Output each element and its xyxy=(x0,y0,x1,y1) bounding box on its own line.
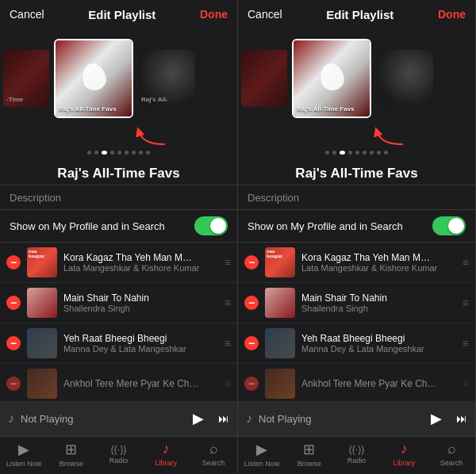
toggle-right[interactable] xyxy=(432,216,466,235)
tab-label-search-right: Search xyxy=(440,459,463,467)
song-artist-2-right: Manna Dey & Lata Mangeshkar xyxy=(301,344,456,354)
dots-left xyxy=(87,149,150,161)
carousel-left: -Time Raj's All-Time Favs Raj's All- xyxy=(0,29,237,161)
drag-handle-0-right[interactable]: ≡ xyxy=(463,256,469,269)
left-panel: Cancel Edit Playlist Done -Time Raj's Al… xyxy=(0,0,238,474)
dot-r-8 xyxy=(384,151,388,155)
drag-handle-1-right[interactable]: ≡ xyxy=(463,296,469,309)
listen-now-icon-right: ▶ xyxy=(256,441,267,458)
song-item-3-right: Ankhol Tere Mere Pyar Ke Ch… ≡ xyxy=(238,364,475,401)
toggle-row-right: Show on My Profile and in Search xyxy=(238,209,475,242)
song-info-3-left: Ankhol Tere Mere Pyar Ke Ch… xyxy=(63,378,218,389)
playlist-name-section-right xyxy=(238,161,475,185)
toggle-knob-left xyxy=(210,218,226,234)
album-card-center-l[interactable]: Raj's All-Time Favs xyxy=(54,39,133,118)
tab-listen-now-left[interactable]: ▶ Listen Now xyxy=(0,441,48,468)
tab-label-library-right: Library xyxy=(393,459,416,467)
search-icon-left: ⌕ xyxy=(209,441,218,457)
tab-label-search-left: Search xyxy=(202,459,225,467)
song-artist-0-right: Lata Mangeshkar & Kishore Kumar xyxy=(301,263,456,273)
cancel-button-left[interactable]: Cancel xyxy=(10,8,44,21)
np-play-button-left[interactable]: ▶ xyxy=(193,410,204,427)
dot-r-3 xyxy=(348,151,352,155)
song-thumb-0-left: naakaagaz xyxy=(27,247,57,277)
header-left: Cancel Edit Playlist Done xyxy=(0,0,237,29)
description-input-right[interactable] xyxy=(248,192,466,204)
drag-handle-3-left[interactable]: ≡ xyxy=(225,377,231,390)
playlist-name-input-left[interactable] xyxy=(10,166,228,182)
np-forward-button-left[interactable]: ⏭ xyxy=(218,412,229,425)
dot-l-2 xyxy=(102,151,107,155)
song-info-3-right: Ankhol Tere Mere Pyar Ke Ch… xyxy=(301,378,456,389)
album-card-side-right-l[interactable]: Raj's All- xyxy=(138,50,195,107)
tab-search-left[interactable]: ⌕ Search xyxy=(190,441,237,467)
np-play-button-right[interactable]: ▶ xyxy=(431,410,442,427)
dot-r-2 xyxy=(340,151,345,155)
song-title-1-right: Main Shair To Nahin xyxy=(301,292,456,304)
tab-label-radio-left: Radio xyxy=(109,457,129,464)
carousel-track-right[interactable]: Raj's All-Time Favs xyxy=(238,35,475,122)
drag-handle-2-left[interactable]: ≡ xyxy=(225,337,231,350)
song-title-1-left: Main Shair To Nahin xyxy=(63,292,218,304)
library-icon-left: ♪ xyxy=(163,441,170,457)
song-title-3-left: Ankhol Tere Mere Pyar Ke Ch… xyxy=(63,378,218,389)
tab-label-library-left: Library xyxy=(155,459,178,467)
toggle-left[interactable] xyxy=(194,216,228,235)
drag-handle-3-right[interactable]: ≡ xyxy=(463,377,469,390)
tab-bar-left: ▶ Listen Now ⊞ Browse ((·)) Radio ♪ Libr… xyxy=(0,436,237,474)
dot-r-6 xyxy=(370,151,374,155)
album-card-side-left-l[interactable]: -Time xyxy=(3,50,49,107)
np-text-left: Not Playing xyxy=(21,413,186,425)
tab-label-browse-left: Browse xyxy=(60,460,83,468)
tab-browse-right[interactable]: ⊞ Browse xyxy=(286,441,333,468)
tab-browse-left[interactable]: ⊞ Browse xyxy=(48,441,95,468)
song-thumb-0-right: naakaagaz xyxy=(265,247,295,277)
tab-label-listen-left: Listen Now xyxy=(6,460,42,468)
drag-handle-1-left[interactable]: ≡ xyxy=(225,296,231,309)
description-input-left[interactable] xyxy=(10,192,228,204)
song-remove-2-left[interactable] xyxy=(6,336,21,350)
song-remove-0-right[interactable] xyxy=(244,255,259,269)
search-icon-right: ⌕ xyxy=(447,441,456,457)
music-note-icon-right: ♪ xyxy=(246,411,252,426)
drag-handle-0-left[interactable]: ≡ xyxy=(225,256,231,269)
tab-bar-right: ▶ Listen Now ⊞ Browse ((·)) Radio ♪ Libr… xyxy=(238,436,475,474)
done-button-right[interactable]: Done xyxy=(438,8,466,21)
tab-library-right[interactable]: ♪ Library xyxy=(380,441,428,467)
done-button-left[interactable]: Done xyxy=(200,8,228,21)
tab-radio-left[interactable]: ((·)) Radio xyxy=(95,444,143,464)
song-item-2-left: Yeh Raat Bheegi Bheegi Manna Dey & Lata … xyxy=(0,323,237,364)
radio-icon-right: ((·)) xyxy=(349,444,364,455)
album-card-center-r[interactable]: Raj's All-Time Favs xyxy=(292,39,371,118)
song-remove-3-right[interactable] xyxy=(244,377,259,391)
song-artist-1-right: Shailendra Singh xyxy=(301,304,456,313)
now-playing-bar-left: ♪ Not Playing ▶ ⏭ xyxy=(0,401,237,436)
album-card-side-right-r[interactable] xyxy=(376,50,433,107)
carousel-track-left[interactable]: -Time Raj's All-Time Favs Raj's All- xyxy=(0,35,237,122)
cancel-button-right[interactable]: Cancel xyxy=(248,8,282,21)
tab-listen-now-right[interactable]: ▶ Listen Now xyxy=(238,441,286,468)
song-info-2-right: Yeh Raat Bheegi Bheegi Manna Dey & Lata … xyxy=(301,333,456,354)
song-thumb-3-left xyxy=(27,369,57,399)
description-section-left xyxy=(0,185,237,209)
tab-search-right[interactable]: ⌕ Search xyxy=(428,441,475,467)
playlist-name-input-right[interactable] xyxy=(248,166,466,182)
album-card-side-left-r[interactable] xyxy=(241,50,287,107)
song-remove-2-right[interactable] xyxy=(244,336,259,350)
toggle-knob-right xyxy=(448,218,464,234)
song-remove-3-left[interactable] xyxy=(6,377,21,391)
song-thumb-1-right xyxy=(265,288,295,318)
np-forward-button-right[interactable]: ⏭ xyxy=(456,412,467,425)
song-title-0-left: Kora Kagaz Tha Yeh Man M… xyxy=(63,252,218,263)
tab-label-listen-right: Listen Now xyxy=(244,460,280,468)
song-item-1-left: Main Shair To Nahin Shailendra Singh ≡ xyxy=(0,283,237,323)
song-remove-1-left[interactable] xyxy=(6,296,21,310)
drag-handle-2-right[interactable]: ≡ xyxy=(463,337,469,350)
tab-library-left[interactable]: ♪ Library xyxy=(142,441,190,467)
tab-radio-right[interactable]: ((·)) Radio xyxy=(333,444,381,464)
song-remove-1-right[interactable] xyxy=(244,296,259,310)
dot-l-0 xyxy=(87,151,91,155)
arrow-right xyxy=(309,122,405,149)
dots-right xyxy=(325,149,388,161)
song-remove-0-left[interactable] xyxy=(6,255,21,269)
